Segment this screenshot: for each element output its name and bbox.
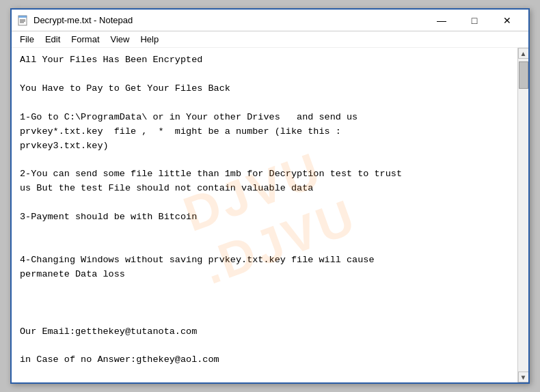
scroll-down-button[interactable]: ▼ (518, 372, 529, 382)
title-bar: Decrypt-me.txt - Notepad — □ ✕ (12, 10, 528, 31)
scroll-up-button[interactable]: ▲ (518, 48, 529, 59)
scrollbar: ▲ ▼ (517, 48, 528, 382)
menu-help[interactable]: Help (135, 33, 164, 46)
window-title: Decrypt-me.txt - Notepad (33, 15, 426, 25)
close-button[interactable]: ✕ (491, 10, 523, 31)
window-controls: — □ ✕ (426, 10, 523, 31)
maximize-button[interactable]: □ (459, 10, 490, 31)
notepad-window: Decrypt-me.txt - Notepad — □ ✕ File Edit… (10, 8, 530, 384)
svg-rect-1 (18, 16, 27, 18)
menu-format[interactable]: Format (66, 33, 105, 46)
menu-bar: File Edit Format View Help (12, 31, 528, 48)
menu-view[interactable]: View (105, 33, 135, 46)
scrollbar-thumb[interactable] (519, 61, 528, 89)
minimize-button[interactable]: — (426, 10, 457, 31)
text-editor[interactable]: All Your Files Has Been Encrypted You Ha… (12, 48, 517, 382)
menu-file[interactable]: File (14, 33, 40, 46)
notepad-app-icon (17, 14, 29, 27)
menu-edit[interactable]: Edit (40, 33, 66, 46)
scrollbar-track[interactable] (519, 59, 528, 372)
content-area: All Your Files Has Been Encrypted You Ha… (12, 48, 528, 382)
